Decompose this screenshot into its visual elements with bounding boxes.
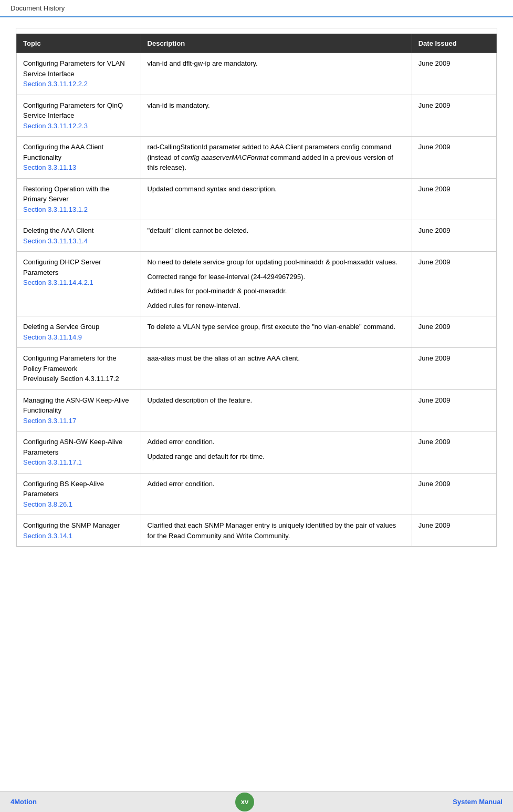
date-cell: June 2009 (412, 348, 496, 390)
date-cell: June 2009 (412, 389, 496, 431)
table-row: Managing the ASN-GW Keep-Alive Functiona… (17, 389, 497, 431)
header-title: Document History (11, 4, 65, 12)
section-link[interactable]: Section 3.3.14.1 (23, 532, 72, 540)
table-row: Configuring Parameters for VLAN Service … (17, 53, 497, 95)
main-content: Topic Description Date Issued Configurin… (0, 17, 513, 589)
topic-text: Deleting a Service Group (23, 322, 134, 332)
page-footer: 4Motion xv System Manual (0, 791, 513, 812)
topic-cell: Configuring ASN-GW Keep-Alive Parameters… (17, 431, 141, 474)
table-row: Configuring the AAA Client Functionality… (17, 137, 497, 179)
date-cell: June 2009 (412, 95, 496, 137)
section-link[interactable]: Section 3.8.26.1 (23, 500, 72, 508)
topic-cell: Configuring BS Keep-Alive ParametersSect… (17, 473, 141, 515)
topic-subtext: Previousely Section 4.3.11.17.2 (23, 374, 134, 384)
desc-paragraph: Added error condition. (148, 437, 405, 447)
footer-right-label: System Manual (453, 798, 502, 806)
date-cell: June 2009 (412, 316, 496, 348)
description-cell: To delete a VLAN type service group, fir… (141, 316, 412, 348)
section-link[interactable]: Section 3.3.11.13.1.4 (23, 237, 88, 245)
table-row: Configuring the SNMP ManagerSection 3.3.… (17, 515, 497, 547)
description-cell: rad-CallingStationId parameter added to … (141, 137, 412, 179)
topic-text: Configuring DHCP Server Parameters (23, 257, 134, 277)
topic-cell: Configuring the SNMP ManagerSection 3.3.… (17, 515, 141, 547)
description-cell: No need to delete service group for upda… (141, 252, 412, 316)
description-cell: Added error condition.Updated range and … (141, 431, 412, 474)
section-link[interactable]: Section 3.3.11.17 (23, 417, 76, 425)
topic-cell: Managing the ASN-GW Keep-Alive Functiona… (17, 389, 141, 431)
topic-text: Restoring Operation with the Primary Ser… (23, 184, 134, 204)
section-link[interactable]: Section 3.3.11.14.4.2.1 (23, 279, 93, 286)
description-cell: vlan-id is mandatory. (141, 95, 412, 137)
table-row: Configuring Parameters for QinQ Service … (17, 95, 497, 137)
topic-text: Configuring Parameters for QinQ Service … (23, 100, 134, 121)
section-link[interactable]: Section 3.3.11.13 (23, 163, 76, 171)
date-cell: June 2009 (412, 252, 496, 316)
date-cell: June 2009 (412, 53, 496, 95)
footer-page-number: xv (235, 793, 254, 811)
footer-left-label: 4Motion (11, 798, 37, 806)
description-cell: Added error condition. (141, 473, 412, 515)
date-cell: June 2009 (412, 137, 496, 179)
topic-cell: Deleting a Service GroupSection 3.3.11.1… (17, 316, 141, 348)
table-row: Configuring DHCP Server ParametersSectio… (17, 252, 497, 316)
table-row: Configuring Parameters for the Policy Fr… (17, 348, 497, 390)
date-cell: June 2009 (412, 431, 496, 474)
description-cell: Clarified that each SNMP Manager entry i… (141, 515, 412, 547)
table-row: Configuring BS Keep-Alive ParametersSect… (17, 473, 497, 515)
table-row: Restoring Operation with the Primary Ser… (17, 178, 497, 220)
table-row: Configuring ASN-GW Keep-Alive Parameters… (17, 431, 497, 474)
section-link[interactable]: Section 3.3.11.12.2.2 (23, 80, 88, 88)
description-cell: Updated command syntax and description. (141, 178, 412, 220)
desc-paragraph: Updated range and default for rtx-time. (148, 451, 405, 462)
date-cell: June 2009 (412, 220, 496, 252)
topic-cell: Configuring the AAA Client Functionality… (17, 137, 141, 179)
section-link[interactable]: Section 3.3.11.12.2.3 (23, 122, 88, 130)
desc-paragraph: Added rules for renew-interval. (148, 301, 405, 311)
topic-cell: Restoring Operation with the Primary Ser… (17, 178, 141, 220)
section-link[interactable]: Section 3.3.11.13.1.2 (23, 205, 88, 213)
topic-text: Configuring BS Keep-Alive Parameters (23, 479, 134, 499)
topic-text: Configuring the SNMP Manager (23, 520, 134, 531)
document-history-table: Topic Description Date Issued Configurin… (16, 28, 497, 547)
col-description: Description (141, 34, 412, 53)
table-header-row: Topic Description Date Issued (17, 34, 497, 53)
desc-paragraph: Corrected range for lease-interval (24-4… (148, 272, 405, 282)
section-link[interactable]: Section 3.3.11.14.9 (23, 333, 82, 341)
topic-text: Configuring ASN-GW Keep-Alive Parameters (23, 437, 134, 457)
date-cell: June 2009 (412, 178, 496, 220)
topic-text: Managing the ASN-GW Keep-Alive Functiona… (23, 395, 134, 416)
date-cell: June 2009 (412, 473, 496, 515)
topic-cell: Configuring Parameters for QinQ Service … (17, 95, 141, 137)
topic-text: Configuring Parameters for the Policy Fr… (23, 353, 134, 374)
description-cell: "default" client cannot be deleted. (141, 220, 412, 252)
desc-paragraph: Added rules for pool-minaddr & pool-maxa… (148, 286, 405, 296)
table-row: Deleting the AAA ClientSection 3.3.11.13… (17, 220, 497, 252)
description-cell: Updated description of the feature. (141, 389, 412, 431)
desc-paragraph: No need to delete service group for upda… (148, 257, 405, 268)
topic-text: Configuring the AAA Client Functionality (23, 142, 134, 162)
topic-text: Configuring Parameters for VLAN Service … (23, 58, 134, 79)
description-cell: vlan-id and dflt-gw-ip are mandatory. (141, 53, 412, 95)
topic-cell: Configuring DHCP Server ParametersSectio… (17, 252, 141, 316)
topic-text: Deleting the AAA Client (23, 225, 134, 236)
col-date: Date Issued (412, 34, 496, 53)
description-cell: aaa-alias must be the alias of an active… (141, 348, 412, 390)
col-topic: Topic (17, 34, 141, 53)
page-header: Document History (0, 0, 513, 17)
section-link[interactable]: Section 3.3.11.17.1 (23, 458, 82, 466)
date-cell: June 2009 (412, 515, 496, 547)
topic-cell: Configuring Parameters for the Policy Fr… (17, 348, 141, 390)
topic-cell: Deleting the AAA ClientSection 3.3.11.13… (17, 220, 141, 252)
table-row: Deleting a Service GroupSection 3.3.11.1… (17, 316, 497, 348)
topic-cell: Configuring Parameters for VLAN Service … (17, 53, 141, 95)
